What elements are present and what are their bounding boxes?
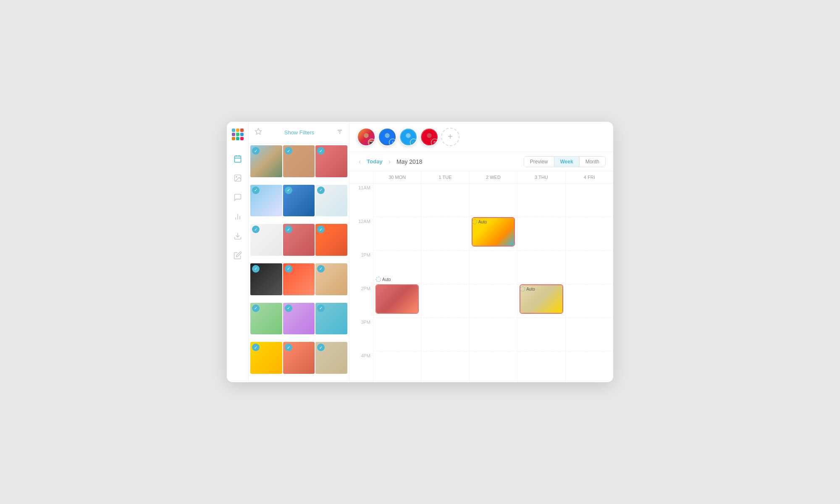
media-thumb[interactable]: ✓ <box>250 303 282 335</box>
time-11am: 11AM <box>349 184 373 217</box>
today-button[interactable]: Today <box>367 158 382 165</box>
slot-tue-1 <box>421 251 469 284</box>
auto-dot-thu-icon <box>520 286 525 291</box>
day-header-tue: 1 TUE <box>421 171 469 183</box>
media-thumb[interactable]: ✓ <box>315 185 347 217</box>
thumb-check: ✓ <box>317 344 325 351</box>
nav-chart[interactable] <box>232 211 244 223</box>
nav-compose[interactable] <box>232 249 244 261</box>
slot-tue-4 <box>421 352 469 382</box>
thumb-check: ✓ <box>317 304 325 312</box>
media-thumb[interactable]: ✓ <box>315 145 347 177</box>
prev-button[interactable]: ‹ <box>357 157 362 166</box>
thumb-check: ✓ <box>317 147 325 155</box>
slot-fri-11 <box>566 184 613 217</box>
thumb-check: ✓ <box>317 226 325 233</box>
star-icon[interactable] <box>255 128 262 137</box>
slot-mon-12 <box>373 217 421 251</box>
slot-tue-11 <box>421 184 469 217</box>
nav-image[interactable] <box>232 172 244 184</box>
nav-message[interactable] <box>232 192 244 203</box>
slot-thu-3 <box>517 318 565 352</box>
slot-mon-3 <box>373 318 421 352</box>
day-header-mon: 30 MON <box>373 171 421 183</box>
twitter-overlay-icon: 🐦 <box>410 139 417 146</box>
media-grid: ✓ ✓ ✓ ✓ ✓ ✓ ✓ ✓ <box>249 144 349 382</box>
slot-tue-12 <box>421 217 469 251</box>
media-toolbar: Show Filters <box>249 122 349 144</box>
day-col-tue <box>421 184 469 382</box>
svg-rect-5 <box>240 133 244 136</box>
media-thumb[interactable]: ✓ <box>283 342 315 374</box>
auto-label-wed: Auto <box>472 219 487 224</box>
account-facebook[interactable]: f <box>378 128 396 146</box>
auto-text-thu: Auto <box>526 287 535 291</box>
add-account-button[interactable]: + <box>441 128 459 146</box>
svg-rect-8 <box>240 137 244 140</box>
thumb-check: ✓ <box>285 186 292 194</box>
slot-thu-4 <box>517 352 565 382</box>
media-thumb[interactable]: ✓ <box>250 263 282 295</box>
auto-label-thu: Auto <box>520 286 535 291</box>
plus-icon: + <box>448 132 453 142</box>
media-thumb[interactable]: ✓ <box>283 303 315 335</box>
view-preview-button[interactable]: Preview <box>524 157 554 167</box>
media-thumb[interactable]: ✓ <box>315 303 347 335</box>
calendar-grid: 30 MON 1 TUE 2 WED 3 THU 4 FRI 11AM 12AM… <box>349 171 613 382</box>
slot-fri-12 <box>566 217 613 251</box>
account-twitter[interactable]: 🐦 <box>399 128 417 146</box>
media-thumb[interactable]: ✓ <box>283 263 315 295</box>
media-thumb[interactable]: ✓ <box>283 185 315 217</box>
media-thumb[interactable]: ✓ <box>315 224 347 256</box>
slot-thu-1: Auto <box>517 251 565 284</box>
svg-rect-6 <box>232 137 235 140</box>
nav-download[interactable] <box>232 230 244 242</box>
slot-fri-2 <box>566 284 613 318</box>
slot-wed-4 <box>470 352 517 382</box>
auto-text-wed: Auto <box>478 220 487 224</box>
thumb-check: ✓ <box>285 226 292 233</box>
svg-point-28 <box>406 133 410 138</box>
media-thumb[interactable]: ✓ <box>283 224 315 256</box>
pinterest-overlay-icon: P <box>431 139 438 146</box>
thumb-check: ✓ <box>317 265 325 273</box>
media-thumb[interactable]: ✓ <box>250 145 282 177</box>
account-instagram[interactable]: 📷 <box>357 128 375 146</box>
scheduled-item-mon[interactable] <box>375 284 419 314</box>
time-4pm: 4PM <box>349 352 373 382</box>
main-area: 📷 f 🐦 <box>349 122 613 382</box>
app-logo <box>231 128 244 141</box>
view-buttons: Preview Week Month <box>524 156 606 167</box>
media-thumb[interactable]: ✓ <box>283 145 315 177</box>
media-thumb[interactable]: ✓ <box>315 263 347 295</box>
svg-point-30 <box>427 133 431 138</box>
time-3pm: 3PM <box>349 318 373 352</box>
slot-fri-3 <box>566 318 613 352</box>
media-thumb[interactable]: ✓ <box>250 224 282 256</box>
svg-point-24 <box>364 133 368 138</box>
media-thumb[interactable]: ✓ <box>250 342 282 374</box>
time-column: 11AM 12AM 1PM 2PM 3PM 4PM <box>349 184 373 382</box>
time-1pm: 1PM <box>349 251 373 284</box>
media-thumb[interactable]: ✓ <box>250 185 282 217</box>
filter-icon[interactable] <box>336 129 343 136</box>
day-col-wed: Auto <box>469 184 517 382</box>
view-month-button[interactable]: Month <box>580 157 605 167</box>
show-filters-button[interactable]: Show Filters <box>284 129 315 136</box>
day-header-wed: 2 WED <box>469 171 517 183</box>
auto-dot-wed-icon <box>472 219 477 224</box>
svg-rect-1 <box>236 129 239 132</box>
thumb-check: ✓ <box>252 304 260 312</box>
calendar-body: 11AM 12AM 1PM 2PM 3PM 4PM <box>349 184 613 382</box>
next-button[interactable]: › <box>387 157 392 166</box>
view-week-button[interactable]: Week <box>554 157 580 167</box>
day-header-thu: 3 THU <box>517 171 565 183</box>
svg-rect-7 <box>236 137 239 140</box>
calendar-header: 30 MON 1 TUE 2 WED 3 THU 4 FRI <box>349 171 613 184</box>
svg-point-26 <box>385 133 389 138</box>
nav-calendar[interactable] <box>232 153 244 165</box>
thumb-check: ✓ <box>252 186 260 194</box>
media-thumb[interactable]: ✓ <box>315 342 347 374</box>
account-pinterest[interactable]: P <box>420 128 438 146</box>
month-label: May 2018 <box>396 158 520 165</box>
